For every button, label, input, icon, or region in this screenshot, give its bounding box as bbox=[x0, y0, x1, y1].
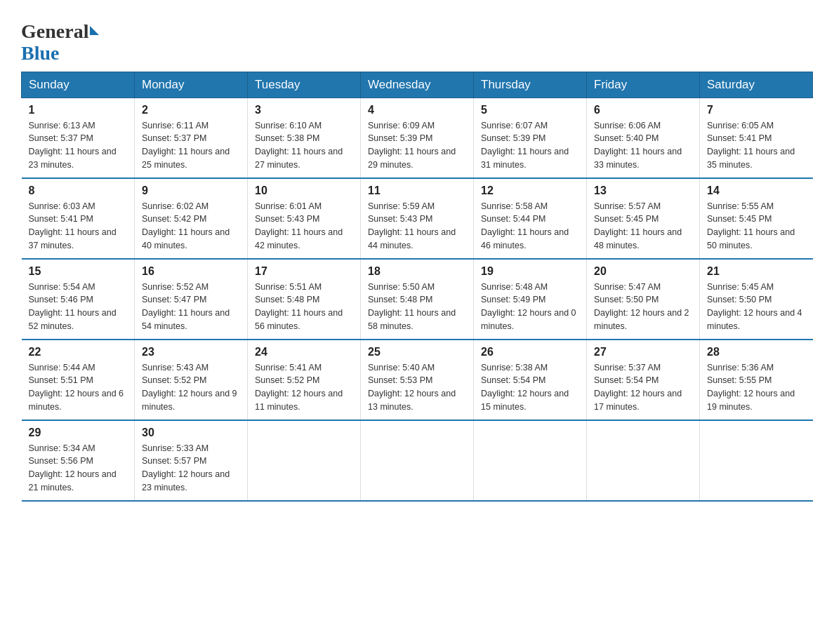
day-number: 1 bbox=[29, 104, 128, 116]
day-number: 27 bbox=[594, 346, 692, 358]
calendar-cell: 12 Sunrise: 5:58 AMSunset: 5:44 PMDaylig… bbox=[474, 178, 587, 259]
calendar-week-row: 8 Sunrise: 6:03 AMSunset: 5:41 PMDayligh… bbox=[22, 178, 813, 259]
day-info: Sunrise: 6:05 AMSunset: 5:41 PMDaylight:… bbox=[707, 121, 795, 170]
day-info: Sunrise: 5:33 AMSunset: 5:57 PMDaylight:… bbox=[142, 443, 230, 492]
day-number: 4 bbox=[368, 104, 466, 116]
day-number: 3 bbox=[255, 104, 353, 116]
calendar-cell: 16 Sunrise: 5:52 AMSunset: 5:47 PMDaylig… bbox=[135, 259, 248, 340]
calendar-cell bbox=[700, 420, 813, 501]
calendar-cell: 24 Sunrise: 5:41 AMSunset: 5:52 PMDaylig… bbox=[248, 340, 361, 420]
day-number: 24 bbox=[255, 346, 353, 358]
logo-blue-text: Blue bbox=[21, 42, 59, 64]
calendar-cell: 8 Sunrise: 6:03 AMSunset: 5:41 PMDayligh… bbox=[22, 178, 135, 259]
day-info: Sunrise: 6:13 AMSunset: 5:37 PMDaylight:… bbox=[29, 121, 117, 170]
calendar-body: 1 Sunrise: 6:13 AMSunset: 5:37 PMDayligh… bbox=[22, 98, 813, 501]
day-number: 6 bbox=[594, 104, 692, 116]
calendar-cell: 25 Sunrise: 5:40 AMSunset: 5:53 PMDaylig… bbox=[361, 340, 474, 420]
day-info: Sunrise: 5:43 AMSunset: 5:52 PMDaylight:… bbox=[142, 363, 237, 412]
day-info: Sunrise: 5:38 AMSunset: 5:54 PMDaylight:… bbox=[481, 363, 569, 412]
day-info: Sunrise: 5:58 AMSunset: 5:44 PMDaylight:… bbox=[481, 201, 569, 250]
calendar-cell bbox=[361, 420, 474, 501]
day-number: 11 bbox=[368, 185, 466, 197]
day-info: Sunrise: 6:03 AMSunset: 5:41 PMDaylight:… bbox=[29, 201, 117, 250]
calendar-cell: 15 Sunrise: 5:54 AMSunset: 5:46 PMDaylig… bbox=[22, 259, 135, 340]
calendar-cell: 19 Sunrise: 5:48 AMSunset: 5:49 PMDaylig… bbox=[474, 259, 587, 340]
calendar-cell: 3 Sunrise: 6:10 AMSunset: 5:38 PMDayligh… bbox=[248, 98, 361, 178]
weekday-header-saturday: Saturday bbox=[700, 72, 813, 98]
calendar-week-row: 22 Sunrise: 5:44 AMSunset: 5:51 PMDaylig… bbox=[22, 340, 813, 420]
calendar-cell: 27 Sunrise: 5:37 AMSunset: 5:54 PMDaylig… bbox=[587, 340, 700, 420]
calendar-week-row: 29 Sunrise: 5:34 AMSunset: 5:56 PMDaylig… bbox=[22, 420, 813, 501]
weekday-header-friday: Friday bbox=[587, 72, 700, 98]
day-number: 5 bbox=[481, 104, 579, 116]
day-number: 8 bbox=[29, 185, 128, 197]
calendar-cell: 14 Sunrise: 5:55 AMSunset: 5:45 PMDaylig… bbox=[700, 178, 813, 259]
day-number: 18 bbox=[368, 265, 466, 278]
day-info: Sunrise: 5:40 AMSunset: 5:53 PMDaylight:… bbox=[368, 363, 456, 412]
calendar-cell: 22 Sunrise: 5:44 AMSunset: 5:51 PMDaylig… bbox=[22, 340, 135, 420]
day-info: Sunrise: 6:11 AMSunset: 5:37 PMDaylight:… bbox=[142, 121, 230, 170]
day-number: 21 bbox=[707, 265, 806, 278]
day-number: 17 bbox=[255, 265, 353, 278]
day-number: 23 bbox=[142, 346, 240, 358]
day-info: Sunrise: 6:07 AMSunset: 5:39 PMDaylight:… bbox=[481, 121, 569, 170]
day-info: Sunrise: 6:06 AMSunset: 5:40 PMDaylight:… bbox=[594, 121, 682, 170]
day-info: Sunrise: 5:55 AMSunset: 5:45 PMDaylight:… bbox=[707, 201, 795, 250]
calendar-cell: 2 Sunrise: 6:11 AMSunset: 5:37 PMDayligh… bbox=[135, 98, 248, 178]
calendar-cell: 9 Sunrise: 6:02 AMSunset: 5:42 PMDayligh… bbox=[135, 178, 248, 259]
day-info: Sunrise: 6:10 AMSunset: 5:38 PMDaylight:… bbox=[255, 121, 343, 170]
calendar-cell: 7 Sunrise: 6:05 AMSunset: 5:41 PMDayligh… bbox=[700, 98, 813, 178]
day-info: Sunrise: 5:44 AMSunset: 5:51 PMDaylight:… bbox=[29, 363, 124, 412]
weekday-header-row: SundayMondayTuesdayWednesdayThursdayFrid… bbox=[22, 72, 813, 98]
day-number: 22 bbox=[29, 346, 128, 358]
day-number: 10 bbox=[255, 185, 353, 197]
calendar-cell: 5 Sunrise: 6:07 AMSunset: 5:39 PMDayligh… bbox=[474, 98, 587, 178]
header: General Blue bbox=[21, 14, 813, 65]
calendar-cell: 6 Sunrise: 6:06 AMSunset: 5:40 PMDayligh… bbox=[587, 98, 700, 178]
day-info: Sunrise: 5:54 AMSunset: 5:46 PMDaylight:… bbox=[29, 282, 117, 331]
day-number: 28 bbox=[707, 346, 806, 358]
day-number: 25 bbox=[368, 346, 466, 358]
calendar-cell bbox=[248, 420, 361, 501]
day-info: Sunrise: 5:57 AMSunset: 5:45 PMDaylight:… bbox=[594, 201, 682, 250]
day-info: Sunrise: 5:36 AMSunset: 5:55 PMDaylight:… bbox=[707, 363, 795, 412]
calendar-cell: 4 Sunrise: 6:09 AMSunset: 5:39 PMDayligh… bbox=[361, 98, 474, 178]
day-number: 7 bbox=[707, 104, 806, 116]
weekday-header-thursday: Thursday bbox=[474, 72, 587, 98]
day-info: Sunrise: 6:09 AMSunset: 5:39 PMDaylight:… bbox=[368, 121, 456, 170]
day-info: Sunrise: 5:52 AMSunset: 5:47 PMDaylight:… bbox=[142, 282, 230, 331]
calendar-cell: 18 Sunrise: 5:50 AMSunset: 5:48 PMDaylig… bbox=[361, 259, 474, 340]
day-info: Sunrise: 5:48 AMSunset: 5:49 PMDaylight:… bbox=[481, 282, 576, 331]
day-number: 26 bbox=[481, 346, 579, 358]
weekday-header-monday: Monday bbox=[135, 72, 248, 98]
calendar-header: SundayMondayTuesdayWednesdayThursdayFrid… bbox=[22, 72, 813, 98]
day-number: 16 bbox=[142, 265, 240, 278]
day-info: Sunrise: 5:45 AMSunset: 5:50 PMDaylight:… bbox=[707, 282, 802, 331]
weekday-header-sunday: Sunday bbox=[22, 72, 135, 98]
calendar-cell: 23 Sunrise: 5:43 AMSunset: 5:52 PMDaylig… bbox=[135, 340, 248, 420]
day-number: 12 bbox=[481, 185, 579, 197]
calendar-cell: 21 Sunrise: 5:45 AMSunset: 5:50 PMDaylig… bbox=[700, 259, 813, 340]
calendar-cell bbox=[587, 420, 700, 501]
calendar-cell: 29 Sunrise: 5:34 AMSunset: 5:56 PMDaylig… bbox=[22, 420, 135, 501]
logo-triangle-icon bbox=[90, 26, 99, 35]
day-number: 2 bbox=[142, 104, 240, 116]
calendar-cell: 20 Sunrise: 5:47 AMSunset: 5:50 PMDaylig… bbox=[587, 259, 700, 340]
weekday-header-wednesday: Wednesday bbox=[361, 72, 474, 98]
calendar-cell: 17 Sunrise: 5:51 AMSunset: 5:48 PMDaylig… bbox=[248, 259, 361, 340]
day-number: 30 bbox=[142, 427, 240, 439]
calendar-cell: 1 Sunrise: 6:13 AMSunset: 5:37 PMDayligh… bbox=[22, 98, 135, 178]
day-number: 14 bbox=[707, 185, 806, 197]
calendar-cell bbox=[474, 420, 587, 501]
day-number: 29 bbox=[29, 427, 128, 439]
calendar-week-row: 15 Sunrise: 5:54 AMSunset: 5:46 PMDaylig… bbox=[22, 259, 813, 340]
day-info: Sunrise: 5:47 AMSunset: 5:50 PMDaylight:… bbox=[594, 282, 689, 331]
calendar-cell: 28 Sunrise: 5:36 AMSunset: 5:55 PMDaylig… bbox=[700, 340, 813, 420]
day-number: 15 bbox=[29, 265, 128, 278]
calendar-week-row: 1 Sunrise: 6:13 AMSunset: 5:37 PMDayligh… bbox=[22, 98, 813, 178]
calendar-cell: 13 Sunrise: 5:57 AMSunset: 5:45 PMDaylig… bbox=[587, 178, 700, 259]
day-info: Sunrise: 6:01 AMSunset: 5:43 PMDaylight:… bbox=[255, 201, 343, 250]
day-info: Sunrise: 6:02 AMSunset: 5:42 PMDaylight:… bbox=[142, 201, 230, 250]
calendar-cell: 26 Sunrise: 5:38 AMSunset: 5:54 PMDaylig… bbox=[474, 340, 587, 420]
day-number: 20 bbox=[594, 265, 692, 278]
